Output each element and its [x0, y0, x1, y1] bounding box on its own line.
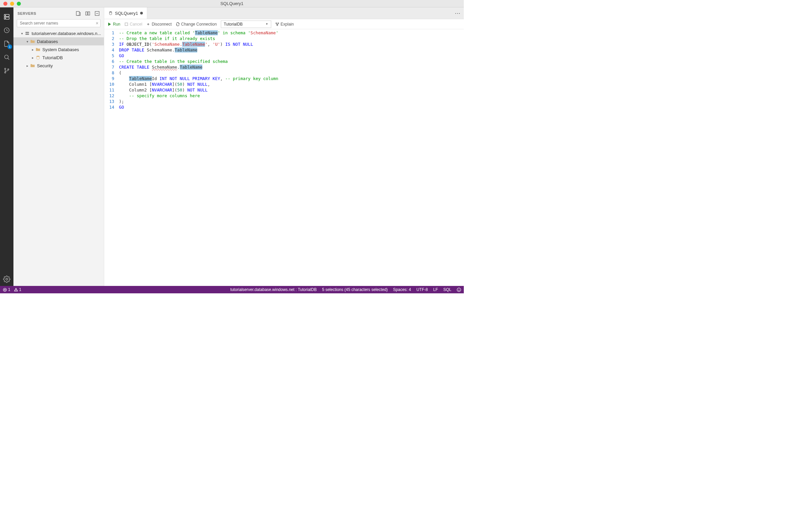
status-language[interactable]: SQL [443, 287, 452, 292]
tab-label: SQLQuery1 [115, 11, 138, 16]
security-label: Security [37, 63, 53, 68]
tab-sqlquery1[interactable]: SQLQuery1 [104, 7, 147, 19]
svg-point-2 [5, 15, 6, 16]
gear-icon [3, 275, 10, 283]
database-icon [35, 55, 41, 60]
window-title: SQLQuery1 [221, 1, 244, 6]
svg-rect-14 [26, 32, 29, 33]
new-group-icon[interactable] [85, 11, 90, 16]
window-minimize-button[interactable] [10, 2, 14, 6]
status-spaces[interactable]: Spaces: 4 [393, 287, 411, 292]
activity-settings[interactable] [0, 272, 13, 286]
svg-rect-10 [76, 11, 79, 16]
status-selections[interactable]: 5 selections (45 characters selected) [322, 287, 387, 292]
svg-point-25 [459, 289, 460, 289]
security-node[interactable]: ▸ Security [13, 61, 104, 70]
explain-button[interactable]: Explain [275, 22, 294, 27]
status-connection[interactable]: tutorialserver.database.windows.net : Tu… [230, 287, 317, 292]
svg-point-20 [278, 23, 279, 24]
databases-node[interactable]: ▾ Databases [13, 37, 104, 46]
status-errors[interactable]: 1 [3, 287, 10, 292]
activity-search[interactable] [0, 51, 13, 64]
warning-icon [14, 288, 18, 292]
code-content[interactable]: -- Create a new table called 'TableName'… [119, 29, 464, 286]
system-databases-label: System Databases [42, 47, 79, 52]
database-selector[interactable]: TutorialDB [221, 21, 271, 28]
activity-bar: 1 [0, 7, 13, 286]
clock-icon [3, 27, 10, 34]
status-encoding[interactable]: UTF-8 [416, 287, 428, 292]
branch-icon [3, 67, 10, 74]
svg-point-19 [276, 23, 277, 24]
line-gutter: 1234567891011121314 [104, 29, 119, 286]
activity-servers[interactable] [0, 10, 13, 24]
chevron-right-icon: ▸ [25, 64, 30, 67]
new-connection-icon[interactable] [76, 11, 81, 16]
server-icon [24, 31, 30, 36]
stop-icon [124, 22, 128, 26]
change-connection-button[interactable]: Change Connection [176, 22, 217, 27]
search-icon [3, 53, 10, 61]
svg-point-7 [5, 72, 6, 73]
window-close-button[interactable] [3, 2, 7, 6]
status-warnings[interactable]: 1 [14, 287, 22, 292]
clear-search-icon[interactable]: × [96, 21, 98, 26]
svg-point-21 [277, 25, 278, 26]
server-icon [3, 13, 10, 21]
refresh-icon [176, 22, 180, 26]
svg-rect-15 [26, 34, 29, 35]
code-editor[interactable]: 1234567891011121314 -- Create a new tabl… [104, 29, 464, 286]
chevron-down-icon: ▾ [20, 32, 24, 35]
chevron-down-icon: ▾ [25, 40, 30, 44]
svg-rect-18 [125, 23, 128, 26]
folder-icon [30, 39, 36, 44]
folder-icon [35, 47, 41, 52]
chevron-right-icon: ▸ [30, 56, 35, 59]
status-eol[interactable]: LF [433, 287, 438, 292]
server-search-input[interactable] [17, 19, 100, 27]
dirty-indicator-icon [140, 12, 143, 15]
system-databases-node[interactable]: ▸ System Databases [13, 46, 104, 53]
editor-area: SQLQuery1 ··· Run Cancel Disconnect Chan… [104, 7, 464, 286]
databases-label: Databases [37, 39, 58, 44]
svg-point-8 [8, 69, 9, 70]
svg-point-24 [458, 289, 458, 289]
status-feedback[interactable] [457, 288, 461, 292]
svg-point-3 [5, 18, 6, 19]
tab-bar: SQLQuery1 ··· [104, 7, 464, 19]
tutorialdb-node[interactable]: ▸ TutorialDB [13, 53, 104, 61]
error-icon [3, 288, 7, 292]
query-toolbar: Run Cancel Disconnect Change Connection … [104, 19, 464, 29]
svg-point-5 [5, 55, 8, 59]
svg-point-23 [457, 288, 461, 291]
svg-point-9 [6, 278, 8, 280]
tutorialdb-label: TutorialDB [42, 55, 63, 60]
chevron-right-icon: ▸ [30, 48, 35, 51]
tab-more-button[interactable]: ··· [452, 7, 464, 19]
status-bar: 1 1 tutorialserver.database.windows.net … [0, 286, 464, 293]
collapse-icon[interactable] [94, 11, 100, 16]
svg-point-17 [110, 11, 112, 12]
sidebar-title: SERVERS [18, 11, 36, 16]
play-icon [108, 22, 112, 26]
disconnect-icon [146, 22, 150, 26]
file-badge: 1 [7, 45, 12, 49]
sql-file-icon [108, 11, 113, 16]
activity-tasks[interactable] [0, 24, 13, 37]
folder-icon [30, 63, 36, 68]
server-label: tutorialserver.database.windows.n... [32, 31, 101, 36]
window-maximize-button[interactable] [17, 2, 21, 6]
explain-icon [275, 22, 279, 26]
server-tree: ▾ tutorialserver.database.windows.n... ▾… [13, 29, 104, 70]
smiley-icon [457, 288, 461, 292]
cancel-button[interactable]: Cancel [124, 22, 142, 27]
svg-point-16 [37, 56, 40, 57]
sidebar: SERVERS × ▾ tutorialserver.database.wind… [13, 7, 104, 286]
svg-point-6 [5, 68, 6, 70]
disconnect-button[interactable]: Disconnect [146, 22, 171, 27]
server-node[interactable]: ▾ tutorialserver.database.windows.n... [13, 29, 104, 37]
activity-source-control[interactable] [0, 64, 13, 77]
activity-explorer[interactable]: 1 [0, 37, 13, 51]
run-button[interactable]: Run [108, 22, 120, 27]
titlebar: SQLQuery1 [0, 0, 464, 7]
